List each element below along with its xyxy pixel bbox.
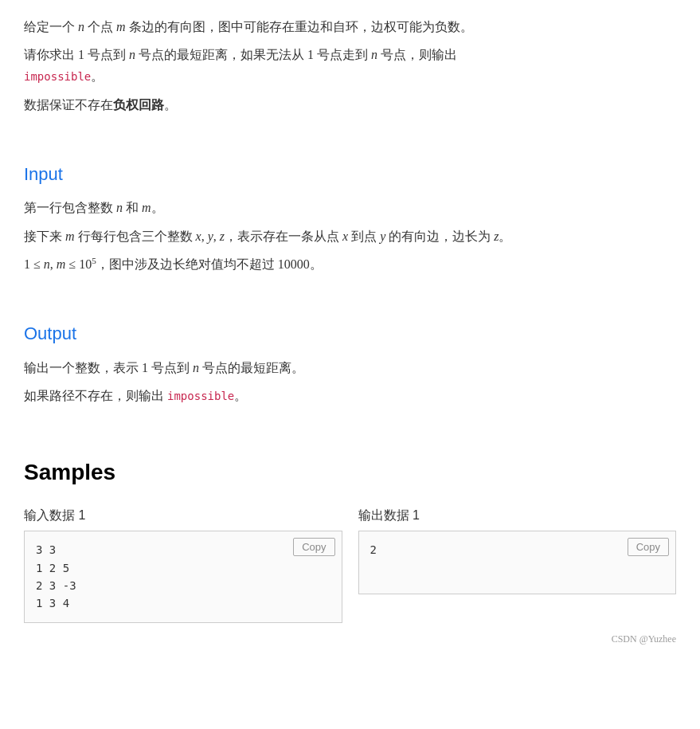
samples-grid: 输入数据 1 Copy 3 3 1 2 5 2 3 -3 1 3 4 输出数据 … [24,504,676,623]
input-title: Input [24,159,676,189]
output-desc2: 如果路径不存在，则输出 impossible。 [24,385,676,406]
sample1-output-label: 输出数据 1 [358,504,677,526]
sample1-output-content: 2 [370,541,628,559]
sample1-output-col: 输出数据 1 Copy 2 [358,504,677,623]
desc1: 给定一个 n 个点 m 条边的有向图，图中可能存在重边和自环，边权可能为负数。 [24,16,676,37]
impossible-inline: impossible [24,70,91,83]
sample1-input-box: Copy 3 3 1 2 5 2 3 -3 1 3 4 [24,531,342,623]
copy-input-button[interactable]: Copy [293,538,334,556]
desc3: 数据保证不存在负权回路。 [24,94,676,116]
input-desc2: 接下来 m 行每行包含三个整数 x, y, z，表示存在一条从点 x 到点 y … [24,225,676,247]
desc2: 请你求出 1 号点到 n 号点的最短距离，如果无法从 1 号点走到 n 号点，则… [24,44,676,87]
sample1-input-content: 3 3 1 2 5 2 3 -3 1 3 4 [36,541,294,613]
output-desc1: 输出一个整数，表示 1 号点到 n 号点的最短距离。 [24,357,676,378]
negative-cycle-bold: 负权回路 [113,98,164,112]
copy-output-button[interactable]: Copy [628,538,669,556]
input-desc1: 第一行包含整数 n 和 m。 [24,197,676,218]
input-desc3: 1 ≤ n, m ≤ 105，图中涉及边长绝对值均不超过 10000。 [24,253,676,276]
sample1-input-label: 输入数据 1 [24,504,342,526]
impossible-output: impossible [167,390,234,402]
footer-credit: CSDN @Yuzhee [24,631,676,647]
output-title: Output [24,319,676,348]
samples-title: Samples [24,453,676,492]
sample1-input-col: 输入数据 1 Copy 3 3 1 2 5 2 3 -3 1 3 4 [24,504,342,623]
sample1-output-box: Copy 2 [358,531,677,594]
